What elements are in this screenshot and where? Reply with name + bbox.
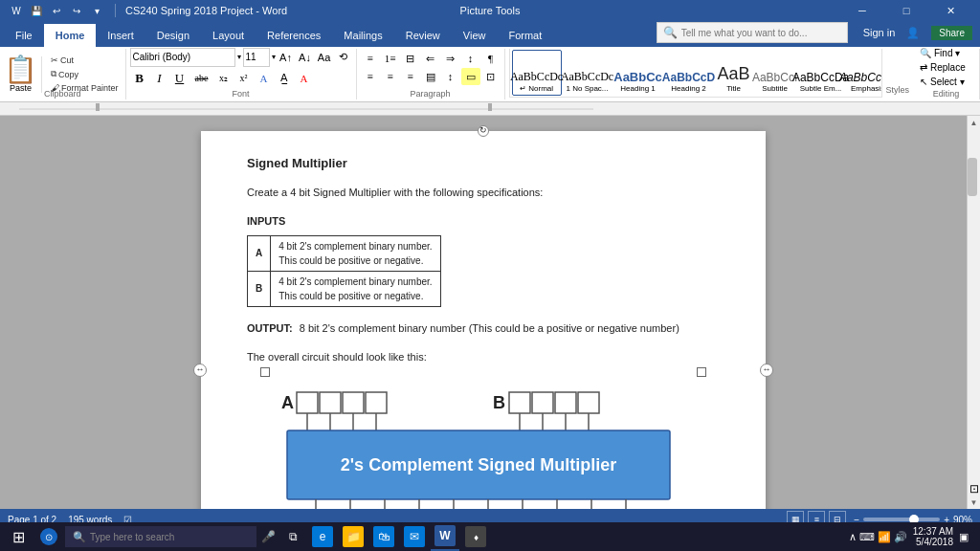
system-clock[interactable]: 12:37 AM 5/4/2018 — [913, 526, 953, 547]
scroll-up-arrow[interactable]: ▲ — [968, 116, 981, 129]
taskbar-app6[interactable]: ⬧ — [461, 522, 490, 551]
align-left-button[interactable]: ≡ — [361, 68, 380, 85]
bullets-button[interactable]: ≡ — [361, 50, 380, 67]
task-view-button[interactable]: ⧉ — [279, 522, 306, 551]
bold-button[interactable]: B — [130, 69, 149, 88]
scroll-down-arrow[interactable]: ▼ — [968, 496, 981, 509]
decrease-indent-button[interactable]: ⇐ — [421, 50, 440, 67]
tab-home[interactable]: Home — [44, 24, 97, 47]
superscript-button[interactable]: x² — [234, 69, 254, 88]
cut-button[interactable]: ✂Cut — [48, 55, 122, 66]
resize-handle-top[interactable]: ↻ — [478, 125, 489, 137]
tray-volume-icon[interactable]: 🔊 — [894, 531, 907, 543]
borders-button[interactable]: ⊡ — [481, 68, 501, 85]
style-heading2[interactable]: AaBbCcD Heading 2 — [664, 50, 714, 96]
font-size-input[interactable] — [243, 48, 270, 67]
redo-button[interactable]: ↪ — [68, 2, 85, 19]
close-button[interactable]: ✕ — [928, 0, 972, 21]
tab-review[interactable]: Review — [394, 24, 452, 47]
highlight-button[interactable]: A̲ — [275, 69, 294, 88]
style-emphasis[interactable]: AaBbCcDa Emphasis — [846, 50, 883, 96]
style-normal[interactable]: AaBbCcDc ↵ Normal — [512, 50, 562, 96]
taskbar-search[interactable]: 🔍 Type here to search — [65, 526, 256, 547]
tab-references[interactable]: References — [256, 24, 332, 47]
paste-icon[interactable]: 📋 — [4, 56, 37, 83]
search-bar[interactable]: 🔍 — [657, 22, 848, 43]
tab-insert[interactable]: Insert — [96, 24, 145, 47]
start-button[interactable]: ⊞ — [4, 522, 33, 551]
tray-chevron-icon[interactable]: ∧ — [849, 531, 857, 543]
input-b-desc: 4 bit 2's complement binary number. This… — [271, 271, 440, 306]
subscript-button[interactable]: x₂ — [214, 69, 234, 88]
align-right-button[interactable]: ≡ — [401, 68, 420, 85]
tell-me-input[interactable] — [681, 28, 835, 38]
scroll-thumb[interactable] — [968, 158, 977, 196]
text-effect-button[interactable]: A — [255, 69, 274, 88]
font-color-button[interactable]: A — [295, 69, 314, 88]
justify-button[interactable]: ▤ — [421, 68, 440, 85]
tab-file[interactable]: File — [4, 24, 44, 47]
style-subtitle[interactable]: AaBbCcI Subtitle — [754, 50, 796, 96]
replace-button[interactable]: ⇄ Replace — [917, 61, 975, 74]
decrease-font-button[interactable]: A↓ — [297, 49, 314, 66]
selection-handle-tl[interactable] — [260, 367, 270, 377]
taskbar-explorer[interactable]: 📁 — [339, 522, 368, 551]
change-case-button[interactable]: ⟲ — [335, 49, 352, 66]
tab-mailings[interactable]: Mailings — [332, 24, 393, 47]
find-button[interactable]: 🔍 Find ▾ — [917, 47, 975, 59]
zoom-track[interactable] — [863, 518, 940, 521]
resize-handle-left[interactable]: ↔ — [193, 364, 207, 377]
minimize-button[interactable]: ─ — [840, 0, 884, 21]
save-button[interactable]: 💾 — [28, 2, 45, 19]
select-button[interactable]: ↖ Select ▾ — [917, 76, 975, 88]
style-no-spacing[interactable]: AaBbCcDc 1 No Spac... — [563, 50, 612, 96]
font-name-dropdown-icon[interactable]: ▾ — [237, 53, 241, 61]
tab-layout[interactable]: Layout — [201, 24, 256, 47]
style-subtle-em[interactable]: AaBbCcDa Subtle Em... — [797, 50, 845, 96]
font-name-input[interactable] — [130, 48, 235, 67]
document-scroll[interactable]: ↻ ↔ ↔ Signed Multiplier Create a 4 bit S… — [0, 116, 967, 509]
tab-format[interactable]: Format — [497, 24, 553, 47]
numbering-button[interactable]: 1≡ — [381, 50, 400, 67]
action-center-icon[interactable]: ▣ — [959, 531, 969, 543]
taskbar-mail[interactable]: ✉ — [400, 522, 429, 551]
clear-format-button[interactable]: Aa — [316, 49, 333, 66]
increase-font-button[interactable]: A↑ — [278, 49, 295, 66]
align-center-button[interactable]: ≡ — [381, 68, 400, 85]
italic-button[interactable]: I — [150, 69, 169, 88]
scrollbar-vertical[interactable]: ▲ ⊡ ▼ — [967, 116, 980, 509]
taskbar-word[interactable]: W — [431, 522, 459, 551]
underline-button[interactable]: U — [170, 69, 189, 88]
tray-keyboard-icon[interactable]: ⌨ — [859, 531, 875, 543]
input-b-label: B — [248, 271, 271, 306]
shading-button[interactable]: ▭ — [461, 68, 480, 85]
sort-button[interactable]: ↕ — [461, 50, 480, 67]
taskbar-store[interactable]: 🛍 — [369, 522, 398, 551]
line-spacing-button[interactable]: ↕ — [441, 68, 460, 85]
show-marks-button[interactable]: ¶ — [481, 50, 501, 67]
style-heading1[interactable]: AaBbCc Heading 1 — [613, 50, 663, 96]
cortana-button[interactable]: ⊙ — [34, 522, 63, 551]
more-button[interactable]: ▾ — [88, 2, 105, 19]
copy-button[interactable]: ⧉Copy — [48, 68, 122, 80]
share-button[interactable]: Share — [931, 26, 972, 40]
mic-button[interactable]: 🎤 — [258, 522, 278, 551]
doc-title: Signed Multiplier — [247, 154, 720, 173]
selection-handle-tr[interactable] — [697, 367, 706, 377]
undo-button[interactable]: ↩ — [48, 2, 65, 19]
tab-view[interactable]: View — [452, 24, 498, 47]
taskbar-edge[interactable]: e — [308, 522, 337, 551]
resize-handle-right[interactable]: ↔ — [760, 364, 773, 377]
multilevel-button[interactable]: ⊟ — [401, 50, 420, 67]
word-icon-button[interactable]: W — [8, 2, 25, 19]
tray-network-icon[interactable]: 📶 — [878, 531, 891, 543]
style-title[interactable]: AaB Title — [715, 50, 753, 96]
maximize-button[interactable]: □ — [884, 0, 928, 21]
strikethrough-button[interactable]: abe — [190, 69, 213, 88]
scroll-corner-btn[interactable]: ⊡ — [968, 482, 981, 496]
tab-design[interactable]: Design — [145, 24, 201, 47]
scroll-track[interactable] — [968, 129, 980, 482]
font-size-dropdown-icon[interactable]: ▾ — [272, 53, 276, 61]
increase-indent-button[interactable]: ⇒ — [441, 50, 460, 67]
sign-in-button[interactable]: Sign in — [863, 27, 896, 38]
